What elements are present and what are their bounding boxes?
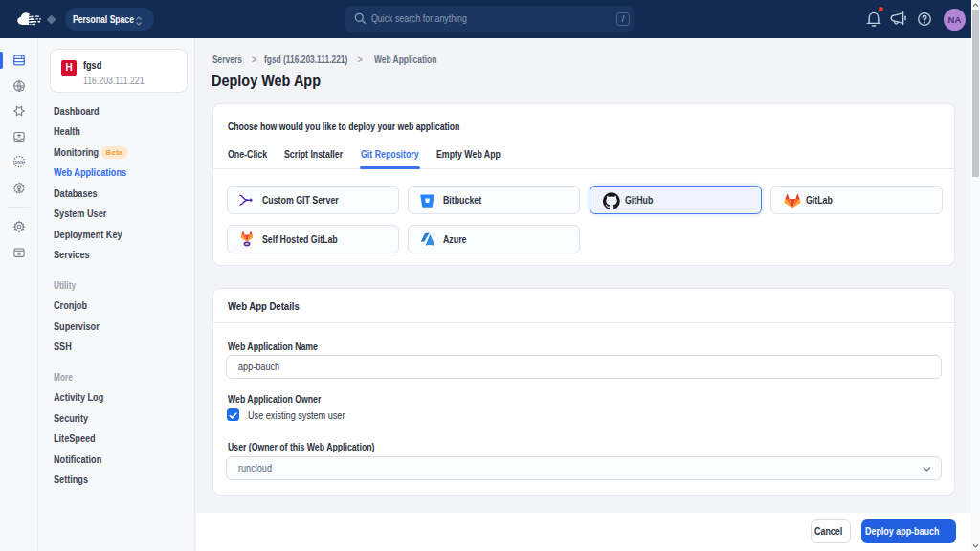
svg-text:DNS: DNS — [15, 160, 24, 165]
